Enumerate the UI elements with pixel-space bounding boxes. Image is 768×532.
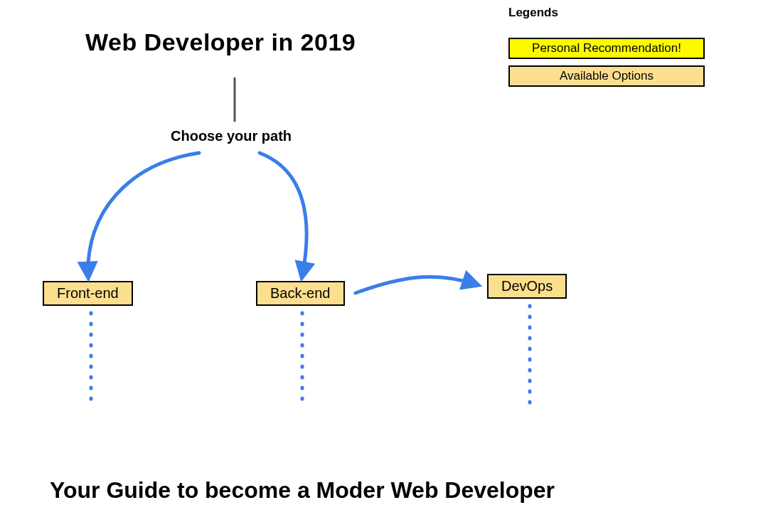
arrow-to-back-end [260, 153, 306, 276]
arrow-to-front-end [88, 153, 199, 276]
choose-path-label: Choose your path [171, 128, 292, 144]
arrow-backend-to-devops [356, 277, 476, 293]
legend-personal-recommendation: Personal Recommendation! [508, 38, 705, 59]
diagram-title: Web Developer in 2019 [85, 28, 356, 56]
node-back-end: Back-end [256, 281, 345, 306]
legend-heading: Legends [508, 6, 558, 20]
legend-available-options: Available Options [508, 65, 705, 87]
node-devops: DevOps [487, 274, 567, 299]
diagram-subtitle: Your Guide to become a Moder Web Develop… [50, 477, 555, 504]
diagram-stage: Web Developer in 2019 Legends Personal R… [0, 0, 768, 532]
node-front-end: Front-end [43, 281, 133, 306]
